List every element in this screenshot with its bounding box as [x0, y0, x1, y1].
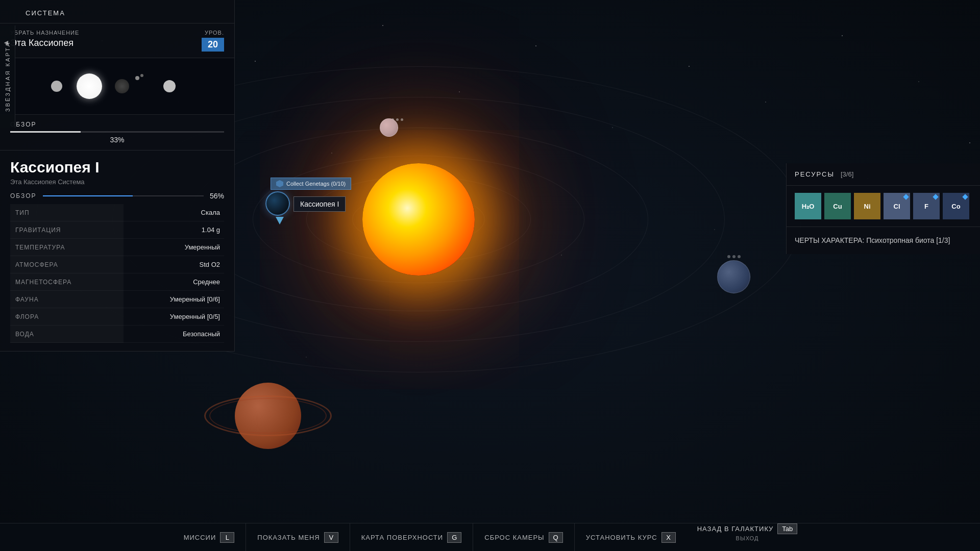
action-label: Показать меня [257, 534, 320, 541]
planet-name: Кассиопея I [10, 159, 224, 176]
action-миссии[interactable]: МИССИИ L [173, 523, 247, 551]
stat-label: АТМОСФЕРА [10, 256, 124, 273]
action-key[interactable]: X [662, 532, 676, 543]
far-planet-dots [727, 255, 741, 258]
resource-item[interactable]: Co [943, 193, 969, 219]
cassiopeia-1-marker[interactable] [265, 191, 290, 216]
table-row: ФАУНА Умеренный [0/6] [10, 291, 224, 308]
system-panel-header: СИСТЕМА [0, 0, 234, 23]
mini-dot-1 [135, 76, 139, 80]
planet-stats-table: ТИП Скала ГРАВИТАЦИЯ 1.04 g ТЕМПЕРАТУРА … [10, 204, 224, 343]
resource-box-cu: Cu [824, 193, 851, 219]
stat-label: ГРАВИТАЦИЯ [10, 221, 124, 239]
resource-box-ni: Ni [854, 193, 880, 219]
table-row: МАГНЕТОСФЕРА Среднее [10, 273, 224, 291]
stat-value: 1.04 g [124, 221, 224, 239]
stat-value: Среднее [124, 273, 224, 291]
stat-value: Умеренный [0/5] [124, 308, 224, 325]
resource-box-h₂o: H₂O [795, 193, 821, 219]
remove-designation-button[interactable]: УБРАТЬ НАЗНАЧЕНИЕ [10, 30, 202, 36]
planet-detail-section: Кассиопея I Эта Кассиопея Система ОБЗОР … [0, 151, 234, 352]
action-сброс-камеры[interactable]: СБРОС КАМЕРЫ Q [473, 523, 574, 551]
action-key[interactable]: G [447, 532, 461, 543]
table-row: ФЛОРА Умеренный [0/5] [10, 308, 224, 325]
table-row: ГРАВИТАЦИЯ 1.04 g [10, 221, 224, 239]
resource-item[interactable]: Cu [824, 193, 851, 219]
level-badge: 20 [202, 38, 224, 52]
resource-box-co: Co [943, 193, 969, 219]
system-overview-section: ОБЗОР 33% [0, 115, 234, 151]
sidebar-tab-label: ЗВЁЗДНАЯ КАРТА [5, 41, 11, 112]
far-right-planet[interactable] [717, 255, 750, 293]
planet-arrow [276, 217, 284, 224]
collect-genetags-tag[interactable]: Collect Genetags (0/10) [271, 178, 351, 190]
planet-overview-bar-fill [43, 195, 133, 196]
mini-planet-3 [163, 80, 176, 92]
collect-tag-label: Collect Genetags (0/10) [286, 181, 346, 187]
planet-overview-label: ОБЗОР [10, 192, 37, 199]
stat-label: ТЕМПЕРАТУРА [10, 239, 124, 256]
action-label: МИССИИ [184, 534, 216, 541]
planet-overview-bar [43, 195, 204, 196]
system-name: Эта Кассиопея [10, 38, 202, 48]
system-overview-bar-fill [10, 131, 81, 133]
planet-tooltip: Кассиопея I [293, 196, 346, 212]
back-galaxy-label: НАЗАД В ГАЛАКТИКУ [697, 525, 774, 533]
resources-grid: H₂O Cu Ni Cl F Co [787, 186, 980, 227]
table-row: ТИП Скала [10, 204, 224, 221]
action-показать-меня[interactable]: Показать меня V [246, 523, 350, 551]
action-key[interactable]: Q [549, 532, 563, 543]
starmap-tab[interactable]: ◄ ЗВЁЗДНАЯ КАРТА [0, 26, 15, 128]
system-name-section: УБРАТЬ НАЗНАЧЕНИЕ Эта Кассиопея [10, 30, 202, 48]
resource-diamond-icon [962, 194, 968, 199]
action-key[interactable]: V [324, 532, 338, 543]
resource-label: Cl [894, 203, 900, 210]
resources-title: РЕСУРСЫ [795, 170, 835, 178]
back-galaxy-key[interactable]: Tab [777, 523, 797, 534]
resource-item[interactable]: H₂O [795, 193, 821, 219]
system-overview-label: ОБЗОР [10, 121, 224, 128]
sun [362, 163, 475, 276]
stat-label: ФАУНА [10, 291, 124, 308]
action-label: КАРТА ПОВЕРХНОСТИ [361, 534, 443, 541]
table-row: ТЕМПЕРАТУРА Умеренный [10, 239, 224, 256]
outer-planet-top[interactable] [389, 128, 407, 146]
mini-solar-system [36, 66, 199, 107]
left-panel: ◄ ЗВЁЗДНАЯ КАРТА СИСТЕМА УБРАТЬ НАЗНАЧЕН… [0, 0, 235, 352]
traits-section: ЧЕРТЫ ХАРАКТЕРА: Психотропная биота [1/3… [787, 227, 980, 254]
system-header-text: СИСТЕМА [26, 9, 65, 17]
resources-header: РЕСУРСЫ [3/6] [787, 163, 980, 186]
resource-box-f: F [913, 193, 940, 219]
table-row: ВОДА Безопасный [10, 325, 224, 343]
far-planet-body [717, 260, 750, 293]
system-overview-bar [10, 131, 224, 133]
resource-item[interactable]: Cl [884, 193, 910, 219]
resource-label: Ni [864, 203, 871, 210]
resource-item[interactable]: F [913, 193, 940, 219]
stat-label: ФЛОРА [10, 308, 124, 325]
exit-label: ВЫХОД [736, 535, 759, 541]
stat-label: ВОДА [10, 325, 124, 343]
ringed-planet[interactable] [235, 383, 301, 449]
resource-label: F [924, 203, 928, 210]
action-key[interactable]: L [220, 532, 234, 543]
resource-label: Co [951, 203, 960, 210]
stat-value: Безопасный [124, 325, 224, 343]
action-карта-поверхности[interactable]: КАРТА ПОВЕРХНОСТИ G [350, 523, 474, 551]
back-to-galaxy-action[interactable]: НАЗАД В ГАЛАКТИКУ Tab ВЫХОД [687, 523, 808, 551]
resources-count: [3/6] [841, 170, 853, 178]
resource-box-cl: Cl [884, 193, 910, 219]
planet-system: Эта Кассиопея Система [10, 178, 224, 186]
resource-diamond-icon [903, 194, 909, 199]
mini-planet-1 [51, 81, 62, 92]
resource-label: Cu [833, 203, 842, 210]
stat-value: Std O2 [124, 256, 224, 273]
action-установить-курс[interactable]: Установить курс X [575, 523, 687, 551]
level-label: УРОВ. [202, 30, 224, 36]
planet-overview-percent: 56% [210, 192, 224, 200]
bottom-bar: МИССИИ L Показать меня V КАРТА ПОВЕРХНОС… [0, 523, 980, 551]
resource-item[interactable]: Ni [854, 193, 880, 219]
planet-overview-bar-wrap [43, 195, 204, 196]
outer-planet-body [380, 118, 398, 137]
collect-hex-icon [276, 180, 283, 187]
